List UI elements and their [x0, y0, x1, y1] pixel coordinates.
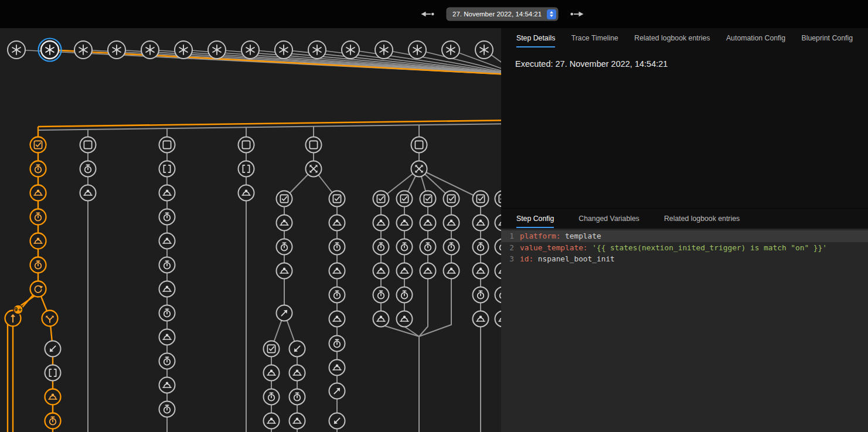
- graph-node-condition-checked[interactable]: [420, 191, 436, 207]
- graph-node-arrow-up-right[interactable]: [277, 305, 292, 321]
- graph-node-service[interactable]: [397, 215, 413, 231]
- graph-node-service[interactable]: [159, 233, 175, 249]
- graph-node-asterisk[interactable]: [409, 41, 426, 59]
- graph-node-delay[interactable]: [373, 239, 389, 255]
- graph-node-service[interactable]: [397, 311, 413, 327]
- graph-node-delay[interactable]: [277, 239, 292, 255]
- graph-node-asterisk[interactable]: [375, 41, 393, 59]
- graph-node-delay[interactable]: [373, 287, 389, 303]
- graph-node-delay[interactable]: [264, 389, 280, 405]
- graph-node-delay[interactable]: [397, 287, 413, 303]
- graph-node-condition-empty[interactable]: [411, 137, 427, 153]
- graph-node-service[interactable]: [444, 263, 459, 279]
- graph-node-asterisk[interactable]: [8, 41, 25, 59]
- graph-node-asterisk[interactable]: [141, 41, 159, 59]
- graph-node-service[interactable]: [373, 311, 389, 327]
- graph-node-delay[interactable]: [329, 287, 345, 303]
- graph-node-choose[interactable]: [411, 161, 427, 177]
- graph-node-arrow-down-left[interactable]: [290, 341, 305, 357]
- graph-node-condition-checked[interactable]: [277, 191, 292, 207]
- graph-node-service[interactable]: [45, 389, 61, 405]
- graph-node-service[interactable]: [277, 215, 292, 231]
- graph-node-service[interactable]: [290, 365, 305, 381]
- graph-node-condition-checked[interactable]: [264, 341, 280, 357]
- graph-node-condition-checked[interactable]: [329, 191, 345, 207]
- tab-trace-timeline[interactable]: Trace Timeline: [571, 28, 618, 47]
- graph-node-condition-empty[interactable]: [159, 137, 175, 153]
- graph-node-service[interactable]: [473, 215, 489, 231]
- graph-node-asterisk[interactable]: [74, 41, 92, 59]
- graph-node-delay[interactable]: [329, 336, 345, 352]
- graph-node-service[interactable]: [329, 215, 345, 231]
- graph-node-delay[interactable]: [159, 257, 175, 273]
- graph-node-asterisk[interactable]: [475, 41, 493, 59]
- graph-node-arrow-down-left[interactable]: [45, 341, 61, 357]
- graph-node-delay[interactable]: [159, 305, 175, 321]
- graph-node-delay[interactable]: [329, 239, 345, 255]
- graph-node-service[interactable]: [473, 263, 489, 279]
- run-select[interactable]: 27. November 2022, 14:54:21: [447, 8, 558, 21]
- graph-node-brackets[interactable]: [45, 365, 61, 381]
- graph-node-delay[interactable]: [159, 209, 175, 225]
- graph-node-condition-empty[interactable]: [306, 137, 322, 153]
- graph-node-asterisk[interactable]: [39, 39, 62, 62]
- graph-node-condition-checked[interactable]: [30, 137, 46, 153]
- graph-node-condition-empty[interactable]: [80, 137, 96, 153]
- graph-node-delay[interactable]: [30, 161, 46, 177]
- graph-node-delay[interactable]: [30, 209, 46, 225]
- tab-blueprint-config[interactable]: Blueprint Config: [802, 28, 853, 47]
- graph-node-service[interactable]: [159, 185, 175, 201]
- code-editor[interactable]: 1platform: template2value_template: '{{ …: [501, 229, 868, 432]
- tab-changed-variables[interactable]: Changed Variables: [578, 209, 639, 228]
- tab-related-logbook-entries[interactable]: Related logbook entries: [664, 209, 740, 228]
- graph-node-service[interactable]: [159, 377, 175, 393]
- graph-node-brackets[interactable]: [159, 161, 175, 177]
- graph-node-asterisk[interactable]: [275, 41, 292, 59]
- graph-node-repeat[interactable]: [30, 281, 46, 297]
- graph-node-choose[interactable]: [306, 161, 322, 177]
- graph-node-asterisk[interactable]: [342, 41, 359, 59]
- graph-node-asterisk[interactable]: [308, 41, 326, 59]
- graph-node-call-split[interactable]: [42, 311, 58, 326]
- graph-node-service[interactable]: [30, 185, 46, 201]
- graph-node-condition-checked[interactable]: [444, 191, 459, 207]
- graph-node-delay[interactable]: [159, 353, 175, 369]
- graph-node-service[interactable]: [329, 311, 345, 327]
- graph-node-service[interactable]: [373, 215, 389, 231]
- graph-node-delay[interactable]: [420, 239, 436, 255]
- graph-node-condition-checked[interactable]: [373, 191, 389, 207]
- graph-node-asterisk[interactable]: [175, 41, 192, 59]
- graph-node-service[interactable]: [239, 185, 254, 201]
- graph-node-service[interactable]: [397, 263, 413, 279]
- graph-node-delay[interactable]: [473, 239, 489, 255]
- graph-node-condition-checked[interactable]: [397, 191, 413, 207]
- graph-node-asterisk[interactable]: [442, 41, 459, 59]
- next-run-button[interactable]: [567, 8, 587, 20]
- graph-node-asterisk[interactable]: [208, 41, 226, 59]
- graph-node-service[interactable]: [159, 329, 175, 345]
- graph-node-service[interactable]: [329, 360, 345, 376]
- graph-node-delay[interactable]: [80, 161, 96, 177]
- graph-node-service[interactable]: [80, 185, 96, 201]
- previous-run-button[interactable]: [417, 8, 437, 20]
- graph-node-service[interactable]: [444, 215, 459, 231]
- graph-node-service[interactable]: [290, 413, 305, 429]
- tab-step-config[interactable]: Step Config: [516, 209, 554, 228]
- tab-step-details[interactable]: Step Details: [516, 28, 555, 47]
- graph-node-service[interactable]: [473, 311, 489, 327]
- graph-node-condition-checked[interactable]: [473, 191, 489, 207]
- graph-node-service[interactable]: [277, 263, 292, 279]
- graph-node-asterisk[interactable]: [241, 41, 259, 59]
- graph-node-delay[interactable]: [397, 239, 413, 255]
- tab-related-logbook-entries[interactable]: Related logbook entries: [634, 28, 710, 47]
- graph-node-delay[interactable]: [473, 287, 489, 303]
- graph-node-service[interactable]: [420, 215, 436, 231]
- graph-node-arrow-up-right[interactable]: [329, 383, 345, 399]
- graph-node-service[interactable]: [420, 263, 436, 279]
- graph-node-service[interactable]: [30, 233, 46, 249]
- graph-node-service[interactable]: [159, 281, 175, 297]
- graph-node-delay[interactable]: [444, 239, 459, 255]
- graph-node-service[interactable]: [264, 365, 280, 381]
- tab-automation-config[interactable]: Automation Config: [726, 28, 785, 47]
- graph-node-asterisk[interactable]: [108, 41, 125, 59]
